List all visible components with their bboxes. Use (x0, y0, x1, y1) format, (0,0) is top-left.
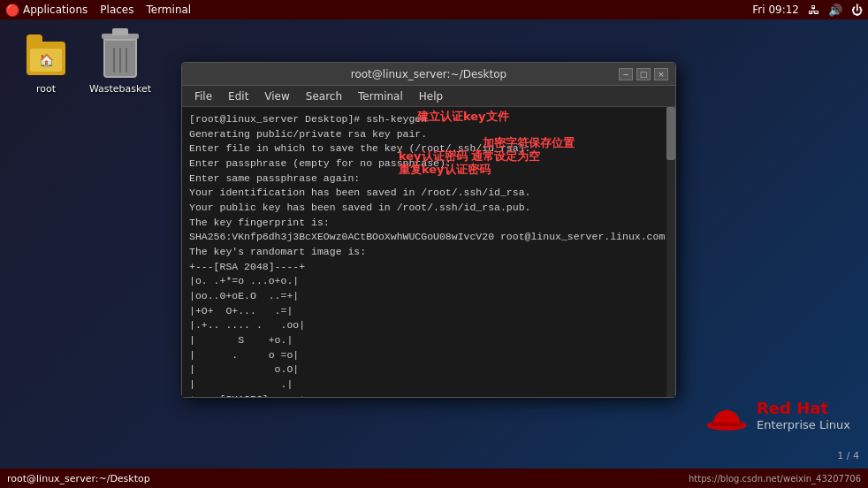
desktop-icon-wastebasket[interactable]: Wastebasket (88, 37, 152, 95)
redhat-text: Red Hat Enterprise Linux (757, 398, 850, 433)
terminal-titlebar: root@linux_server:~/Desktop − □ × (182, 63, 675, 86)
desktop: 🏠 root Wastebasket root@linux_server:~/D… (0, 19, 868, 469)
menu-view[interactable]: View (257, 88, 296, 104)
trash-line-2 (119, 48, 121, 72)
volume-icon: 🔊 (828, 4, 842, 17)
terminal-title: root@linux_server:~/Desktop (239, 68, 619, 80)
power-icon[interactable]: ⏻ (851, 4, 863, 17)
terminal-menubar: File Edit View Search Terminal Help (182, 86, 675, 107)
terminal-content[interactable]: [root@linux_server Desktop]# ssh-keygen … (182, 107, 675, 397)
applications-label[interactable]: Applications (23, 4, 88, 16)
terminal-menu[interactable]: Terminal (146, 4, 191, 16)
top-bar: 🔴 Applications Places Terminal Fri 09:12… (0, 0, 868, 19)
folder-icon: 🏠 (27, 42, 65, 75)
bottom-bar: root@linux_server:~/Desktop https://blog… (0, 469, 868, 488)
svg-rect-1 (711, 423, 742, 426)
wastebasket-icon-label: Wastebasket (89, 83, 151, 95)
trash-lines (105, 48, 135, 72)
menu-terminal[interactable]: Terminal (351, 88, 410, 104)
redhat-logo: Red Hat Enterprise Linux (705, 398, 850, 433)
folder-icon-img: 🏠 (25, 37, 67, 80)
desktop-icon-root[interactable]: 🏠 root (14, 37, 78, 95)
applications-menu[interactable]: 🔴 Applications (5, 4, 88, 17)
minimize-button[interactable]: − (619, 68, 633, 80)
terminal-scrollbar-thumb[interactable] (666, 107, 675, 160)
trash-line-1 (113, 48, 115, 72)
redhat-hat-icon (705, 400, 748, 431)
trash-line-3 (126, 48, 127, 72)
menu-search[interactable]: Search (299, 88, 349, 104)
terminal-window: root@linux_server:~/Desktop − □ × File E… (181, 62, 676, 398)
menu-edit[interactable]: Edit (221, 88, 255, 104)
clock: Fri 09:12 (752, 4, 799, 16)
network-icon: 🖧 (808, 4, 819, 17)
places-label[interactable]: Places (100, 4, 133, 16)
places-menu[interactable]: Places (100, 4, 133, 16)
trash-icon-img (99, 37, 141, 80)
top-bar-left: 🔴 Applications Places Terminal (5, 4, 191, 17)
bottom-bar-path: root@linux_server:~/Desktop (7, 473, 150, 484)
menu-help[interactable]: Help (412, 88, 450, 104)
app-icon: 🔴 (5, 4, 19, 17)
trash-icon (103, 39, 137, 78)
close-button[interactable]: × (654, 68, 668, 80)
home-symbol: 🏠 (39, 53, 54, 67)
root-icon-label: root (36, 83, 56, 95)
terminal-scrollbar[interactable] (666, 107, 675, 397)
menu-file[interactable]: File (187, 88, 219, 104)
terminal-text-output: [root@linux_server Desktop]# ssh-keygen … (189, 112, 668, 397)
redhat-brand: Red Hat (757, 398, 850, 418)
top-bar-right: Fri 09:12 🖧 🔊 ⏻ (752, 4, 863, 17)
redhat-product: Enterprise Linux (757, 418, 850, 433)
page-indicator: 1 / 4 (837, 450, 859, 461)
terminal-label[interactable]: Terminal (146, 4, 191, 16)
maximize-button[interactable]: □ (636, 68, 651, 80)
folder-icon-inner: 🏠 (30, 49, 62, 72)
window-controls: − □ × (619, 68, 668, 80)
bottom-bar-url: https://blog.csdn.net/weixin_43207706 (689, 474, 861, 484)
